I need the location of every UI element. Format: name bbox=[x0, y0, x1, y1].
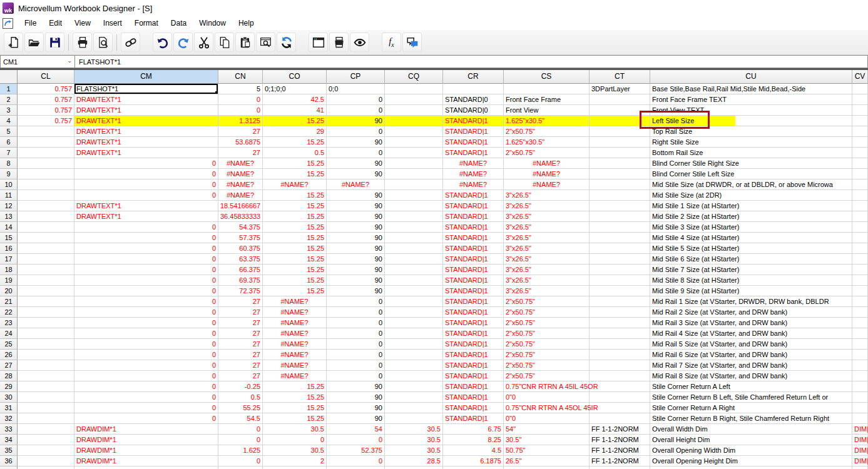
cell-CR9[interactable]: #NAME? bbox=[443, 169, 504, 179]
cell-CU24[interactable]: Mid Rail 4 Size (at VStarter, and DRW ba… bbox=[650, 328, 852, 339]
cell-CU4[interactable]: Left Stile Size bbox=[650, 116, 852, 126]
row-header-20[interactable]: 20 bbox=[0, 286, 18, 296]
cell-CR12[interactable]: STANDARD|1 bbox=[443, 201, 504, 211]
cell-CL30[interactable] bbox=[18, 392, 74, 403]
cell-CP36[interactable]: 0 bbox=[327, 456, 385, 466]
cell-CR22[interactable]: STANDARD|1 bbox=[443, 307, 504, 318]
cell-CQ16[interactable] bbox=[385, 243, 443, 254]
cell-CP6[interactable]: 90 bbox=[327, 137, 385, 148]
cell-CT33[interactable]: FF 1-1-2NORM bbox=[590, 424, 650, 435]
cell-CS30[interactable]: 0"0 bbox=[504, 392, 590, 403]
cell-CS12[interactable]: 3"x26.5" bbox=[504, 201, 590, 211]
cell-CM32[interactable]: 0 bbox=[74, 413, 218, 424]
cell-CV16[interactable] bbox=[852, 243, 868, 254]
cell-CO32[interactable]: 15.25 bbox=[263, 413, 327, 424]
cell-CU26[interactable]: Mid Rail 6 Size (at VStarter, and DRW ba… bbox=[650, 350, 852, 360]
cell-CS16[interactable]: 3"x26.5" bbox=[504, 243, 590, 254]
cell-CU19[interactable]: Mid Stile 8 Size (at HStarter) bbox=[650, 275, 852, 286]
cell-CT12[interactable] bbox=[590, 201, 650, 211]
visibility-button[interactable] bbox=[350, 33, 369, 52]
cell-CV10[interactable] bbox=[852, 179, 868, 190]
cell-CS33[interactable]: 54" bbox=[504, 424, 590, 435]
cell-CM37[interactable]: 0 bbox=[74, 466, 218, 469]
cell-CO13[interactable]: 15.25 bbox=[263, 211, 327, 222]
cell-CU27[interactable]: Mid Rail 7 Size (at VStarter, and DRW ba… bbox=[650, 360, 852, 371]
formula-button[interactable]: fx bbox=[382, 33, 401, 52]
cell-CP19[interactable]: 90 bbox=[327, 275, 385, 286]
cell-CL1[interactable]: 0.757 bbox=[18, 84, 74, 94]
cell-CN21[interactable]: 27 bbox=[218, 296, 263, 307]
cell-CU15[interactable]: Mid Stile 4 Size (at HStarter) bbox=[650, 233, 852, 243]
cell-CO17[interactable]: 15.25 bbox=[263, 254, 327, 265]
cell-CQ32[interactable] bbox=[385, 413, 443, 424]
cell-CP21[interactable]: 0 bbox=[327, 296, 385, 307]
cell-CN34[interactable]: 0 bbox=[218, 435, 263, 445]
cell-CM11[interactable]: 0 bbox=[74, 190, 218, 201]
cell-CO29[interactable]: 15.25 bbox=[263, 381, 327, 392]
cell-CS10[interactable]: #NAME? bbox=[504, 179, 590, 190]
cell-CO20[interactable]: 15.25 bbox=[263, 286, 327, 296]
plot-button[interactable] bbox=[329, 33, 349, 52]
cell-CO31[interactable]: 15.25 bbox=[263, 403, 327, 413]
cell-CL33[interactable] bbox=[18, 424, 74, 435]
row-header-30[interactable]: 30 bbox=[0, 392, 18, 403]
cell-CQ36[interactable]: 28.5 bbox=[385, 456, 443, 466]
cell-CL20[interactable] bbox=[18, 286, 74, 296]
cell-CP18[interactable]: 90 bbox=[327, 265, 385, 275]
cell-CM12[interactable]: DRAWTEXT*1 bbox=[74, 201, 218, 211]
cell-CO4[interactable]: 15.25 bbox=[263, 116, 327, 126]
cell-CU3[interactable]: Front View TEXT bbox=[650, 105, 852, 116]
row-header-13[interactable]: 13 bbox=[0, 211, 18, 222]
cell-CQ25[interactable] bbox=[385, 339, 443, 350]
cell-CO6[interactable]: 15.25 bbox=[263, 137, 327, 148]
cell-CV3[interactable] bbox=[852, 105, 868, 116]
cell-CN23[interactable]: 27 bbox=[218, 318, 263, 328]
cell-CL15[interactable] bbox=[18, 233, 74, 243]
cell-CS32[interactable]: 0"0 bbox=[504, 413, 590, 424]
cell-CV9[interactable] bbox=[852, 169, 868, 179]
cell-CS36[interactable]: 26.5" bbox=[504, 456, 590, 466]
cell-CR32[interactable]: STANDARD|1 bbox=[443, 413, 504, 424]
cell-CP34[interactable]: 0 bbox=[327, 435, 385, 445]
cell-CP25[interactable]: 0 bbox=[327, 339, 385, 350]
cell-CN32[interactable]: 54.5 bbox=[218, 413, 263, 424]
cell-CS20[interactable]: 3"x26.5" bbox=[504, 286, 590, 296]
cell-CR23[interactable]: STANDARD|1 bbox=[443, 318, 504, 328]
cell-CM25[interactable]: 0 bbox=[74, 339, 218, 350]
cell-CT20[interactable] bbox=[590, 286, 650, 296]
cell-CR3[interactable]: STANDARD|0 bbox=[443, 105, 504, 116]
row-header-34[interactable]: 34 bbox=[0, 435, 18, 445]
cell-CT34[interactable]: FF 1-1-2NORM bbox=[590, 435, 650, 445]
cell-CM35[interactable]: DRAWDIM*1 bbox=[74, 445, 218, 456]
cell-CQ7[interactable] bbox=[385, 148, 443, 158]
cell-CV25[interactable] bbox=[852, 339, 868, 350]
cell-CN14[interactable]: 54.375 bbox=[218, 222, 263, 233]
cell-CV17[interactable] bbox=[852, 254, 868, 265]
cell-CM31[interactable]: 0 bbox=[74, 403, 218, 413]
cell-CP32[interactable]: 90 bbox=[327, 413, 385, 424]
row-header-1[interactable]: 1 bbox=[0, 84, 18, 94]
cell-CL36[interactable] bbox=[18, 456, 74, 466]
col-header-CR[interactable]: CR bbox=[443, 70, 504, 84]
cell-CU17[interactable]: Mid Stile 6 Size (at HStarter) bbox=[650, 254, 852, 265]
row-header-28[interactable]: 28 bbox=[0, 371, 18, 381]
cell-CN10[interactable]: #NAME? bbox=[218, 179, 263, 190]
cell-CR20[interactable]: STANDARD|1 bbox=[443, 286, 504, 296]
col-header-CS[interactable]: CS bbox=[504, 70, 590, 84]
cell-CO33[interactable]: 30.5 bbox=[263, 424, 327, 435]
cell-CL18[interactable] bbox=[18, 265, 74, 275]
cell-CM2[interactable]: DRAWTEXT*1 bbox=[74, 94, 218, 105]
cell-CL17[interactable] bbox=[18, 254, 74, 265]
cell-CL23[interactable] bbox=[18, 318, 74, 328]
cell-CU20[interactable]: Mid Stile 9 Size (at HStarter) bbox=[650, 286, 852, 296]
row-header-31[interactable]: 31 bbox=[0, 403, 18, 413]
cell-CT15[interactable] bbox=[590, 233, 650, 243]
cell-CT24[interactable] bbox=[590, 328, 650, 339]
menu-edit[interactable]: Edit bbox=[43, 18, 68, 29]
cell-CN15[interactable]: 57.375 bbox=[218, 233, 263, 243]
cell-CN3[interactable]: 0 bbox=[218, 105, 263, 116]
cell-CP16[interactable]: 90 bbox=[327, 243, 385, 254]
row-header-4[interactable]: 4 bbox=[0, 116, 18, 126]
chevron-down-icon[interactable]: ⌄ bbox=[67, 58, 72, 64]
cell-CP9[interactable]: 90 bbox=[327, 169, 385, 179]
